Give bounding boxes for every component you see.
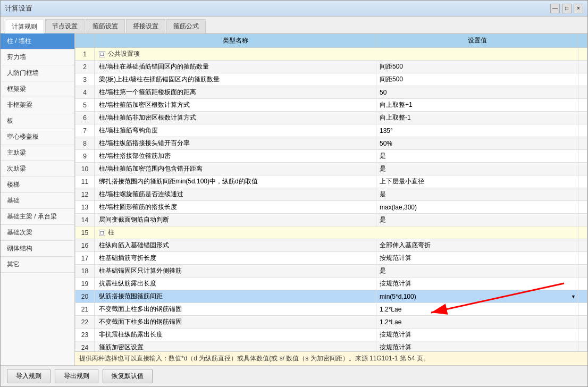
table-container[interactable]: 类型名称 设置值 1 □ 公共设置项 <box>75 33 587 351</box>
row-name: □ 公共设置项 <box>95 48 578 61</box>
table-row: 5 柱/墙柱箍筋加密区根数计算方式 向上取整+1 <box>75 99 587 112</box>
sidebar-item-col-wall-beam[interactable]: 柱 / 墙柱 <box>1 33 74 49</box>
main-window: 计算设置 — □ × 计算规则 节点设置 箍筋设置 搭接设置 箍筋公式 柱 / … <box>0 0 588 387</box>
sidebar-item-foundation-main-beam[interactable]: 基础主梁 / 承台梁 <box>1 209 74 225</box>
sidebar-item-non-frame-beam[interactable]: 非框架梁 <box>1 97 74 113</box>
table-row: 12 柱/墙柱螺旋箍筋是否连续通过 是 <box>75 188 587 201</box>
tab-node-settings[interactable]: 节点设置 <box>45 19 85 33</box>
sidebar-item-foundation[interactable]: 基础 <box>1 193 74 209</box>
table-row: 16 柱纵向筋入基础锚固形式 全部伸入基底弯折 <box>75 239 587 252</box>
col-header-num <box>75 34 95 48</box>
title-controls: — □ × <box>550 4 583 13</box>
sidebar-item-main-beam[interactable]: 主助梁 <box>1 145 74 161</box>
sidebar-item-other[interactable]: 其它 <box>1 257 74 273</box>
table-row: 15 □ 柱 <box>75 226 587 239</box>
sidebar-item-foundation-sub-beam[interactable]: 基础次梁 <box>1 225 74 241</box>
sidebar: 柱 / 墙柱 剪力墙 人防门框墙 框架梁 非框架梁 板 空心楼盖板 主助梁 次助… <box>1 33 75 365</box>
table-row: 7 柱/墙柱箍筋弯钩角度 135° <box>75 124 587 137</box>
title-bar: 计算设置 — □ × <box>1 1 587 16</box>
table-row-selected: 20 纵筋搭接范围箍筋间距 min(5*d,100) ▼ <box>75 290 587 303</box>
dropdown-arrow-icon: ▼ <box>571 294 576 299</box>
sidebar-item-slab[interactable]: 板 <box>1 113 74 129</box>
main-content: 类型名称 设置值 1 □ 公共设置项 <box>75 33 587 365</box>
table-row: 6 柱/墙柱箍筋非加密区根数计算方式 向上取整-1 <box>75 112 587 124</box>
row-value <box>578 48 587 61</box>
col-header-value: 设置值 <box>376 34 578 48</box>
table-row: 13 柱/墙柱圆形箍筋的搭接长度 max(lae,300) <box>75 201 587 214</box>
table-row: 10 柱/墙柱箍筋加密范围内包含错开距离 是 <box>75 163 587 175</box>
tab-connection-settings[interactable]: 搭接设置 <box>126 19 165 33</box>
col-scrollbar <box>578 34 587 48</box>
content-area: 柱 / 墙柱 剪力墙 人防门框墙 框架梁 非框架梁 板 空心楼盖板 主助梁 次助… <box>1 33 587 365</box>
tab-bar: 计算规则 节点设置 箍筋设置 搭接设置 箍筋公式 <box>1 16 587 33</box>
col-header-name: 类型名称 <box>95 34 376 48</box>
expand-button[interactable]: □ <box>99 51 105 57</box>
sidebar-item-stair[interactable]: 楼梯 <box>1 177 74 193</box>
table-row: 4 柱/墙柱第一个箍筋距楼板面的距离 50 <box>75 86 587 99</box>
sidebar-item-frame-beam[interactable]: 框架梁 <box>1 81 74 97</box>
footer-bar: 导入规则 导出规则 恢复默认值 <box>1 365 587 386</box>
table-row: 18 柱基础锚固区只计算外侧箍筋 是 <box>75 265 587 277</box>
tab-rebar-formula[interactable]: 箍筋公式 <box>166 19 206 33</box>
sidebar-item-shear-wall[interactable]: 剪力墙 <box>1 49 74 65</box>
table-row: 19 抗震柱纵筋露出长度 按规范计算 <box>75 277 587 290</box>
table-row: 1 □ 公共设置项 <box>75 48 587 61</box>
table-row: 22 不变截面下柱多出的钢筋锚固 1.2*Lae <box>75 316 587 329</box>
table-row: 23 非抗震柱纵筋露出长度 按规范计算 <box>75 329 587 341</box>
table-row: 9 柱/墙柱搭接部位箍筋加密 是 <box>75 150 587 163</box>
table-row: 24 箍筋加密区设置 按规范计算 <box>75 341 587 352</box>
import-rules-button[interactable]: 导入规则 <box>7 369 51 383</box>
dropdown-value: min(5*d,100) <box>380 293 416 300</box>
sidebar-item-hollow-slab[interactable]: 空心楼盖板 <box>1 129 74 145</box>
table-row: 21 不变截面上柱多出的钢筋锚固 1.2*Lae <box>75 303 587 316</box>
restore-defaults-button[interactable]: 恢复默认值 <box>103 369 153 383</box>
settings-table: 类型名称 设置值 1 □ 公共设置项 <box>75 33 587 351</box>
export-rules-button[interactable]: 导出规则 <box>55 369 98 383</box>
window-title: 计算设置 <box>5 4 32 13</box>
status-bar: 提供两种选择也可以直接输入：数值*d（d 为纵筋直径）或具体数值(或 s/ 数值… <box>75 351 587 365</box>
sidebar-item-masonry[interactable]: 砌体结构 <box>1 241 74 257</box>
table-row: 14 层间变截面钢筋自动判断 是 <box>75 214 587 226</box>
table-row: 11 绑扎搭接范围内的箍筋间距min(5d,100)中，纵筋d的取值 上下层最小… <box>75 175 587 188</box>
minimize-button[interactable]: — <box>550 4 560 13</box>
table-row: 3 梁(板)上柱/墙柱在插筋锚固区内的箍筋数量 间距500 <box>75 73 587 86</box>
maximize-button[interactable]: □ <box>562 4 572 13</box>
tab-calc-rules[interactable]: 计算规则 <box>5 20 44 33</box>
table-row: 2 柱/墙柱在基础插筋锚固区内的箍筋数量 间距500 <box>75 61 587 73</box>
tab-rebar-settings[interactable]: 箍筋设置 <box>86 19 125 33</box>
status-text: 提供两种选择也可以直接输入：数值*d（d 为纵筋直径）或具体数值(或 s/ 数值… <box>79 355 430 362</box>
sidebar-item-civil-door-wall[interactable]: 人防门框墙 <box>1 65 74 81</box>
close-button[interactable]: × <box>574 4 583 13</box>
table-row: 17 柱基础插筋弯折长度 按规范计算 <box>75 252 587 265</box>
expand-button[interactable]: □ <box>99 230 105 236</box>
table-row: 8 柱/墙柱纵筋搭接接头错开百分率 50% <box>75 137 587 150</box>
sidebar-item-sub-beam[interactable]: 次助梁 <box>1 161 74 177</box>
row-num: 1 <box>75 48 95 61</box>
